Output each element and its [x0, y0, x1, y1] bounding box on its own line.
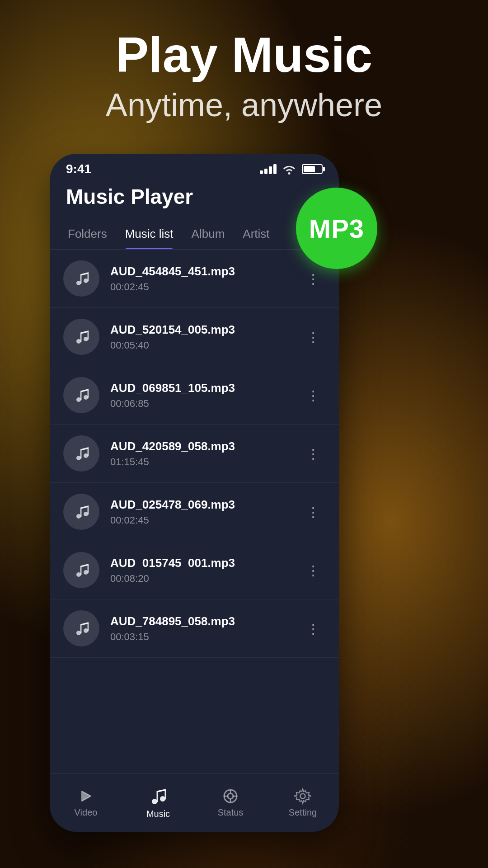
music-note-icon	[73, 504, 89, 520]
status-icons	[260, 163, 323, 175]
music-list: AUD_454845_451.mp3 00:02:45 ⋮ AUD_520154…	[50, 250, 339, 658]
nav-label-setting: Setting	[289, 807, 317, 818]
status-icon	[222, 788, 239, 805]
svg-point-26	[228, 793, 233, 799]
music-item-more-button[interactable]: ⋮	[301, 325, 325, 349]
music-icon	[148, 786, 168, 806]
music-item-name: AUD_784895_058.mp3	[110, 614, 301, 628]
svg-line-17	[81, 565, 88, 566]
music-item-icon-wrap	[63, 377, 99, 413]
gear-icon	[294, 788, 311, 805]
music-item-more-button[interactable]: ⋮	[301, 441, 325, 466]
music-item-name: AUD_520154_005.mp3	[110, 323, 301, 337]
music-item-info: AUD_784895_058.mp3 00:03:15	[110, 614, 301, 643]
music-item-name: AUD_015745_001.mp3	[110, 556, 301, 570]
svg-point-31	[300, 794, 305, 799]
nav-item-setting[interactable]: Setting	[267, 788, 339, 818]
music-note-icon	[73, 445, 89, 462]
music-item-icon-wrap	[63, 435, 99, 472]
hero-subtitle: Anytime, anywhere	[0, 86, 488, 123]
video-icon	[77, 788, 94, 805]
music-item-name: AUD_420589_058.mp3	[110, 439, 301, 453]
status-time: 9:41	[66, 162, 91, 176]
tab-album[interactable]: Album	[183, 222, 234, 249]
app-title: Music Player	[66, 184, 323, 209]
music-item-duration: 00:08:20	[110, 573, 301, 585]
music-list-item[interactable]: AUD_069851_105.mp3 00:06:85 ⋮	[50, 366, 339, 425]
music-list-item[interactable]: AUD_520154_005.mp3 00:05:40 ⋮	[50, 308, 339, 366]
svg-point-22	[152, 799, 157, 804]
music-list-item[interactable]: AUD_454845_451.mp3 00:02:45 ⋮	[50, 250, 339, 308]
bottom-nav: Video Music Status	[50, 773, 339, 832]
nav-item-video[interactable]: Video	[50, 788, 122, 818]
music-note-icon	[73, 562, 89, 578]
mp3-badge-text: MP3	[309, 213, 364, 244]
wifi-icon	[282, 163, 296, 175]
music-item-info: AUD_520154_005.mp3 00:05:40	[110, 323, 301, 351]
music-item-more-button[interactable]: ⋮	[301, 383, 325, 408]
battery-icon	[302, 164, 323, 174]
music-item-more-button[interactable]: ⋮	[301, 558, 325, 583]
music-note-icon	[73, 387, 89, 403]
svg-line-8	[81, 390, 88, 392]
music-item-duration: 00:02:45	[110, 281, 301, 293]
music-item-icon-wrap	[63, 552, 99, 588]
hero-section: Play Music Anytime, anywhere	[0, 27, 488, 123]
tab-artist[interactable]: Artist	[234, 222, 278, 249]
svg-line-2	[81, 273, 88, 275]
music-note-icon	[73, 620, 89, 637]
music-item-name: AUD_025478_069.mp3	[110, 498, 301, 512]
music-item-icon-wrap	[63, 260, 99, 297]
svg-marker-21	[82, 791, 91, 801]
music-item-duration: 01:15:45	[110, 456, 301, 468]
music-list-item[interactable]: AUD_015745_001.mp3 00:08:20 ⋮	[50, 541, 339, 599]
phone-frame: 9:41 Music Player Folders Music list Alb…	[50, 154, 339, 832]
music-list-item[interactable]: AUD_784895_058.mp3 00:03:15 ⋮	[50, 599, 339, 658]
music-item-duration: 00:02:45	[110, 514, 301, 526]
nav-item-status[interactable]: Status	[194, 788, 267, 818]
status-bar: 9:41	[50, 154, 339, 181]
music-item-icon-wrap	[63, 494, 99, 530]
music-item-duration: 00:06:85	[110, 398, 301, 410]
music-item-icon-wrap	[63, 610, 99, 646]
music-item-duration: 00:05:40	[110, 340, 301, 351]
svg-line-5	[81, 331, 88, 333]
svg-line-14	[81, 506, 88, 508]
nav-label-music: Music	[146, 809, 170, 819]
app-header: Music Player	[50, 181, 339, 209]
music-list-item[interactable]: AUD_420589_058.mp3 01:15:45 ⋮	[50, 425, 339, 483]
music-item-icon-wrap	[63, 319, 99, 355]
music-item-info: AUD_069851_105.mp3 00:06:85	[110, 381, 301, 410]
nav-item-music[interactable]: Music	[122, 786, 194, 819]
nav-label-status: Status	[218, 807, 244, 818]
svg-line-11	[81, 448, 88, 450]
tab-folders[interactable]: Folders	[59, 222, 116, 249]
music-list-item[interactable]: AUD_025478_069.mp3 00:02:45 ⋮	[50, 483, 339, 541]
music-item-duration: 00:03:15	[110, 631, 301, 643]
music-item-info: AUD_015745_001.mp3 00:08:20	[110, 556, 301, 585]
hero-title: Play Music	[0, 27, 488, 82]
svg-point-23	[160, 796, 165, 802]
music-item-more-button[interactable]: ⋮	[301, 500, 325, 524]
music-item-more-button[interactable]: ⋮	[301, 616, 325, 641]
signal-bars-icon	[260, 164, 277, 174]
music-item-info: AUD_454845_451.mp3 00:02:45	[110, 264, 301, 293]
music-item-name: AUD_069851_105.mp3	[110, 381, 301, 395]
svg-line-20	[81, 623, 88, 625]
music-item-info: AUD_025478_069.mp3 00:02:45	[110, 498, 301, 526]
tab-music-list[interactable]: Music list	[116, 222, 183, 249]
svg-line-24	[157, 790, 165, 792]
music-note-icon	[73, 270, 89, 287]
nav-label-video: Video	[75, 807, 98, 818]
mp3-badge: MP3	[296, 188, 377, 269]
music-item-info: AUD_420589_058.mp3 01:15:45	[110, 439, 301, 468]
tabs-bar: Folders Music list Album Artist	[50, 212, 339, 250]
music-note-icon	[73, 329, 89, 345]
music-item-name: AUD_454845_451.mp3	[110, 264, 301, 278]
music-item-more-button[interactable]: ⋮	[301, 266, 325, 291]
